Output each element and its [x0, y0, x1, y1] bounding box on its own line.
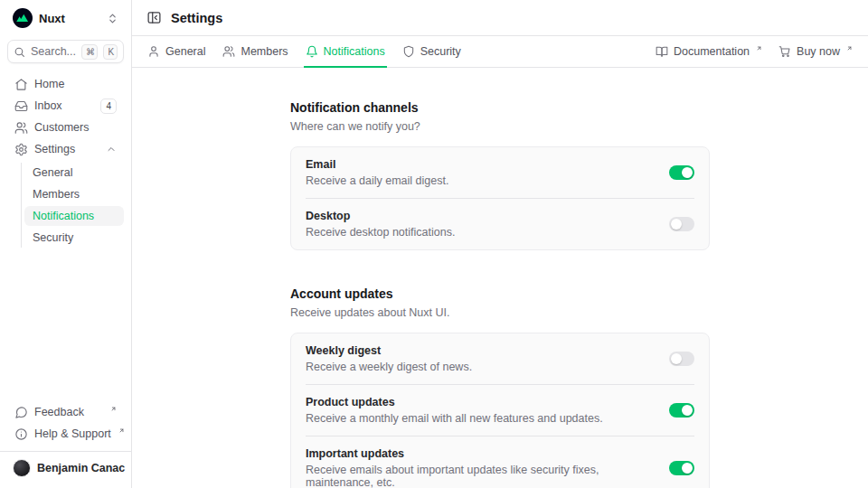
chevron-up-icon: [106, 144, 117, 155]
sidebar-item-settings-notifications[interactable]: Notifications: [24, 206, 124, 226]
info-circle-icon: [14, 427, 28, 441]
sidebar-item-help-support[interactable]: Help & Support: [7, 424, 124, 444]
documentation-link[interactable]: Documentation: [656, 45, 762, 58]
section-title: Account updates: [290, 286, 710, 301]
external-link-icon: [118, 427, 125, 434]
setting-description: Receive desktop notifications.: [306, 226, 656, 239]
setting-row-text: Desktop Receive desktop notifications.: [306, 210, 656, 239]
shield-icon: [402, 45, 415, 58]
page-header: Settings: [132, 0, 868, 36]
setting-title: Desktop: [306, 210, 656, 222]
setting-description: Receive a weekly digest of news.: [306, 361, 656, 373]
setting-row-weekly-digest: Weekly digest Receive a weekly digest of…: [291, 333, 709, 384]
tab-label: Members: [241, 45, 288, 58]
desktop-toggle[interactable]: [669, 217, 694, 231]
setting-row-text: Weekly digest Receive a weekly digest of…: [306, 344, 656, 373]
workspace-selector[interactable]: Nuxt: [7, 0, 124, 36]
action-label: Documentation: [674, 45, 750, 58]
setting-description: Receive a monthly email with all new fea…: [306, 412, 656, 425]
buy-now-link[interactable]: Buy now: [778, 45, 853, 58]
sidebar-nav: Home Inbox 4 Customers Settings: [7, 74, 124, 248]
avatar: [13, 459, 31, 477]
setting-title: Weekly digest: [306, 344, 656, 357]
bell-icon: [306, 45, 318, 58]
tab-label: General: [165, 45, 205, 58]
book-open-icon: [656, 45, 668, 58]
search-placeholder: Search...: [31, 45, 76, 58]
sidebar-item-settings[interactable]: Settings: [7, 139, 124, 159]
home-icon: [14, 78, 28, 91]
email-toggle[interactable]: [669, 165, 694, 180]
sidebar: Nuxt Search... ⌘ K Home Inbox 4: [0, 0, 132, 488]
nuxt-logo-icon: [13, 8, 33, 28]
sidebar-item-label: Inbox: [34, 99, 94, 112]
external-link-icon: [756, 45, 762, 52]
setting-title: Important updates: [306, 447, 656, 460]
tab-general[interactable]: General: [147, 36, 205, 67]
settings-card: Email Receive a daily email digest. Desk…: [290, 146, 710, 250]
sidebar-item-label: Security: [33, 231, 116, 244]
sidebar-item-label: Help & Support: [34, 427, 111, 440]
setting-row-important-updates: Important updates Receive emails about i…: [291, 436, 709, 488]
sidebar-item-customers[interactable]: Customers: [7, 117, 124, 137]
inbox-icon: [14, 99, 28, 113]
settings-subnav: General Members Notifications Security: [21, 163, 124, 248]
chevrons-up-down-icon: [107, 13, 118, 24]
sidebar-item-feedback[interactable]: Feedback: [7, 402, 124, 422]
settings-content: Notification channels Where can we notif…: [132, 68, 868, 488]
kbd-k: K: [103, 44, 118, 60]
users-icon: [14, 121, 28, 135]
setting-row-text: Email Receive a daily email digest.: [306, 158, 656, 187]
action-label: Buy now: [797, 45, 840, 58]
tab-notifications[interactable]: Notifications: [306, 36, 385, 67]
weekly-digest-toggle[interactable]: [669, 352, 694, 366]
user-icon: [147, 45, 160, 58]
sidebar-item-label: Home: [34, 78, 117, 90]
tab-security[interactable]: Security: [402, 36, 461, 67]
sidebar-item-label: General: [33, 166, 116, 179]
sidebar-item-label: Customers: [34, 121, 117, 134]
section-subtitle: Receive updates about Nuxt UI.: [290, 306, 710, 319]
sidebar-item-settings-general[interactable]: General: [24, 163, 124, 183]
message-bubble-icon: [14, 406, 28, 419]
section-title: Notification channels: [290, 100, 710, 115]
main-panel: Settings General Members Notifications S…: [132, 0, 868, 488]
sidebar-item-inbox[interactable]: Inbox 4: [7, 96, 124, 116]
sidebar-item-settings-members[interactable]: Members: [24, 184, 124, 204]
setting-row-text: Important updates Receive emails about i…: [306, 447, 656, 488]
tab-members[interactable]: Members: [222, 36, 288, 67]
sidebar-footer: Feedback Help & Support Benjamin Canac: [7, 402, 124, 488]
shopping-cart-icon: [778, 45, 791, 58]
section-subtitle: Where can we notify you?: [290, 120, 710, 133]
kbd-cmd: ⌘: [81, 44, 98, 60]
section-notification-channels: Notification channels Where can we notif…: [290, 100, 710, 250]
external-link-icon: [110, 406, 117, 412]
user-name: Benjamin Canac: [37, 462, 125, 474]
external-link-icon: [846, 45, 853, 52]
header-actions: Documentation Buy now: [656, 45, 853, 58]
user-menu[interactable]: Benjamin Canac: [0, 451, 131, 486]
sidebar-item-label: Feedback: [34, 406, 103, 418]
setting-description: Receive emails about important updates l…: [306, 464, 656, 488]
tab-label: Notifications: [324, 45, 385, 58]
setting-title: Product updates: [306, 396, 656, 408]
page-title: Settings: [171, 11, 222, 25]
setting-row-text: Product updates Receive a monthly email …: [306, 396, 656, 425]
sidebar-item-label: Settings: [34, 143, 99, 155]
sidebar-item-label: Members: [33, 188, 116, 201]
search-icon: [14, 46, 25, 58]
setting-description: Receive a daily email digest.: [306, 174, 656, 187]
sidebar-item-home[interactable]: Home: [7, 74, 124, 94]
users-icon: [222, 45, 235, 58]
sidebar-item-label: Notifications: [33, 210, 116, 222]
important-updates-toggle[interactable]: [669, 461, 694, 475]
sidebar-item-settings-security[interactable]: Security: [24, 228, 124, 248]
section-account-updates: Account updates Receive updates about Nu…: [290, 286, 710, 488]
setting-title: Email: [306, 158, 656, 171]
search-input[interactable]: Search... ⌘ K: [7, 40, 124, 63]
settings-tabbar: General Members Notifications Security: [132, 36, 868, 68]
settings-card: Weekly digest Receive a weekly digest of…: [290, 333, 710, 488]
workspace-name: Nuxt: [39, 12, 100, 25]
product-updates-toggle[interactable]: [669, 403, 694, 418]
collapse-sidebar-icon[interactable]: [146, 10, 162, 25]
